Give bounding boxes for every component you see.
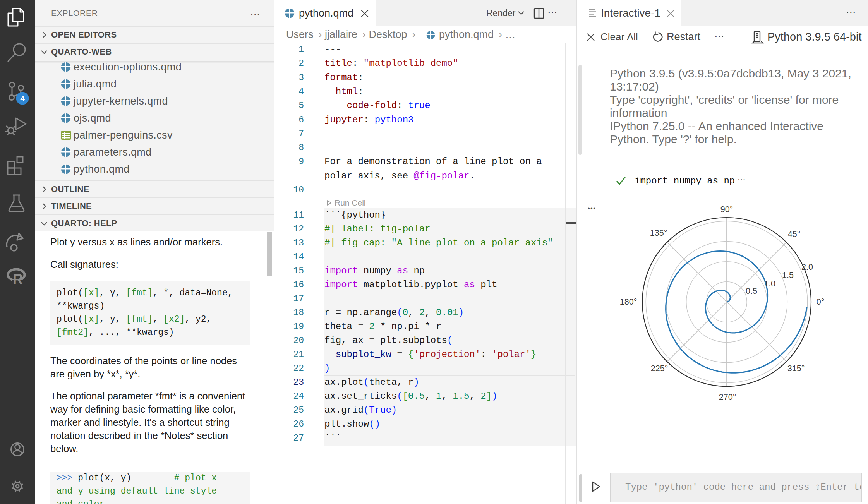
svg-text:R: R	[13, 271, 23, 287]
svg-text:4: 4	[20, 94, 25, 103]
